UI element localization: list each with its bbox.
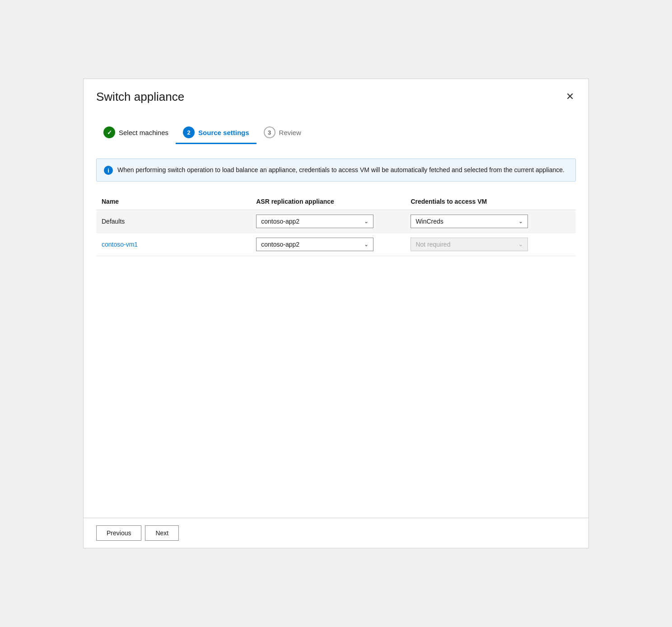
row-vm1-appliance-dropdown[interactable]: contoso-app2 ⌄ xyxy=(256,238,373,251)
dialog-title: Switch appliance xyxy=(96,90,184,104)
chevron-down-icon: ⌄ xyxy=(364,241,369,248)
row-defaults-name: Defaults xyxy=(96,210,251,233)
col-header-name: Name xyxy=(96,194,251,210)
info-icon: i xyxy=(104,166,113,175)
step-1-label: Select machines xyxy=(119,129,168,136)
row-defaults-credentials-value: WinCreds xyxy=(415,218,443,225)
row-vm1-appliance-value: contoso-app2 xyxy=(261,241,299,248)
step-review[interactable]: 3 Review xyxy=(257,122,308,144)
switch-appliance-dialog: Switch appliance ✕ ✓ Select machines 2 S… xyxy=(83,79,589,548)
step-3-label: Review xyxy=(279,129,301,136)
dialog-header: Switch appliance ✕ xyxy=(84,79,588,111)
row-vm1-credentials-dropdown: Not required ⌄ xyxy=(411,238,528,251)
step-2-label: Source settings xyxy=(198,129,249,136)
chevron-down-icon: ⌄ xyxy=(518,241,523,248)
chevron-down-icon: ⌄ xyxy=(364,218,369,225)
row-defaults-appliance-value: contoso-app2 xyxy=(261,218,299,225)
step-source-settings[interactable]: 2 Source settings xyxy=(176,122,257,144)
dialog-body: ✓ Select machines 2 Source settings 3 Re… xyxy=(84,111,588,518)
close-button[interactable]: ✕ xyxy=(564,90,576,103)
row-defaults-credentials-cell: WinCreds ⌄ xyxy=(405,210,576,233)
row-vm1-credentials-cell: Not required ⌄ xyxy=(405,233,576,256)
chevron-down-icon: ⌄ xyxy=(518,218,523,225)
row-defaults-credentials-dropdown[interactable]: WinCreds ⌄ xyxy=(411,215,528,228)
row-vm1-appliance-cell: contoso-app2 ⌄ xyxy=(251,233,405,256)
dialog-footer: Previous Next xyxy=(84,518,588,548)
table-row: Defaults contoso-app2 ⌄ WinCreds ⌄ xyxy=(96,210,576,233)
step-1-circle: ✓ xyxy=(103,126,115,138)
step-2-circle: 2 xyxy=(183,126,195,138)
step-select-machines[interactable]: ✓ Select machines xyxy=(96,122,176,144)
col-header-appliance: ASR replication appliance xyxy=(251,194,405,210)
source-settings-table: Name ASR replication appliance Credentia… xyxy=(96,194,576,256)
row-defaults-appliance-cell: contoso-app2 ⌄ xyxy=(251,210,405,233)
table-row: contoso-vm1 contoso-app2 ⌄ Not required … xyxy=(96,233,576,256)
previous-button[interactable]: Previous xyxy=(96,525,141,541)
col-header-credentials: Credentials to access VM xyxy=(405,194,576,210)
info-banner: i When performing switch operation to lo… xyxy=(96,159,576,182)
info-banner-text: When performing switch operation to load… xyxy=(117,165,565,175)
row-vm1-credentials-value: Not required xyxy=(415,241,450,248)
row-vm1-name-link[interactable]: contoso-vm1 xyxy=(102,241,138,248)
step-3-circle: 3 xyxy=(264,126,275,138)
next-button[interactable]: Next xyxy=(145,525,179,541)
row-vm1-name-cell: contoso-vm1 xyxy=(96,233,251,256)
table-header-row: Name ASR replication appliance Credentia… xyxy=(96,194,576,210)
row-defaults-appliance-dropdown[interactable]: contoso-app2 ⌄ xyxy=(256,215,373,228)
stepper: ✓ Select machines 2 Source settings 3 Re… xyxy=(96,118,576,148)
